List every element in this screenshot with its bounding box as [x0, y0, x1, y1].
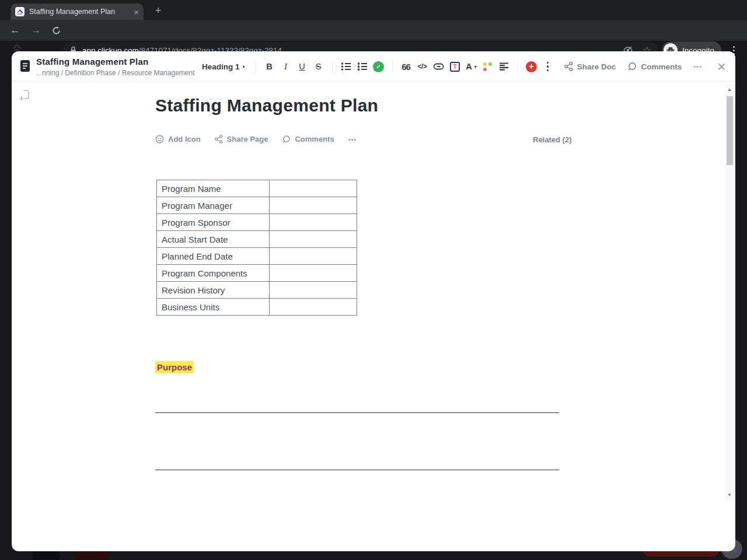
divider [518, 61, 518, 72]
table-label-cell[interactable]: Program Components [157, 265, 270, 282]
block-type-dropdown[interactable]: Heading 1▾ [202, 62, 245, 71]
table-value-cell[interactable] [270, 180, 357, 197]
blank-line[interactable]: ________________________________________… [155, 460, 559, 474]
link-icon[interactable] [431, 58, 446, 75]
clickup-logo-dimmed [12, 43, 22, 51]
quote-button[interactable]: 66 [399, 58, 414, 75]
close-icon[interactable]: × [717, 59, 726, 74]
doc-more-button[interactable]: ••• [693, 63, 702, 70]
browser-tab[interactable]: Staffing Management Plan × [11, 4, 144, 20]
page-comments-button[interactable]: Comments [282, 135, 334, 144]
code-button[interactable]: </> [415, 58, 430, 75]
add-block-button[interactable]: + [524, 58, 539, 75]
chevron-down-icon: ▾ [243, 64, 245, 69]
divider [332, 61, 333, 72]
table-row: Program Manager [157, 197, 357, 214]
checklist-icon[interactable]: ✓ [371, 58, 386, 75]
blank-line[interactable]: ________________________________________… [155, 403, 559, 417]
emoji-icon-label: Add Icon [168, 135, 201, 144]
scroll-up-arrow[interactable]: ▲ [727, 87, 732, 92]
table-value-cell[interactable] [270, 214, 357, 231]
table-value-cell[interactable] [270, 248, 357, 265]
doc-modal-header: Staffing Management Plan ...nning / Defi… [12, 51, 735, 82]
browser-tab-strip: Staffing Management Plan × + [0, 0, 747, 20]
chevron-down-icon: ▾ [474, 64, 477, 69]
table-row: Program Sponsor [157, 214, 357, 231]
doc-title[interactable]: Staffing Management Plan [155, 96, 575, 116]
divider [256, 61, 256, 72]
align-icon[interactable] [497, 58, 512, 75]
doc-modal: Staffing Management Plan ...nning / Defi… [12, 51, 735, 551]
table-value-cell[interactable] [270, 197, 357, 214]
format-toolbar: Heading 1▾ B I U S ✓ 66 </> T [202, 51, 556, 82]
scroll-down-arrow[interactable]: ▼ [727, 492, 732, 498]
table-row: Actual Start Date [157, 231, 357, 248]
forward-button[interactable]: → [28, 22, 44, 38]
table-label-cell[interactable]: Program Manager [157, 197, 270, 214]
doc-editor-area[interactable]: Staffing Management Plan Add Icon Share … [12, 82, 735, 551]
reload-button[interactable] [48, 22, 64, 38]
comments-button[interactable]: Comments [627, 62, 682, 71]
bold-button[interactable]: B [262, 58, 277, 75]
table-label-cell[interactable]: Planned End Date [157, 248, 270, 265]
back-button[interactable]: ← [7, 22, 23, 38]
doc-scrollbar[interactable]: ▲ ▼ [725, 85, 734, 500]
clickup-favicon [15, 7, 25, 16]
bullet-list-icon[interactable] [338, 58, 354, 75]
doc-title-actions: Add Icon Share Page Comments ••• [155, 135, 357, 144]
highlight-color-picker[interactable]: ▾ [480, 58, 495, 75]
scrollbar-thumb[interactable] [727, 96, 733, 165]
table-row: Program Components [157, 265, 357, 282]
info-table-body: Program NameProgram ManagerProgram Spons… [157, 180, 357, 316]
font-color-dropdown[interactable]: A▾ [464, 58, 479, 75]
table-label-cell[interactable]: Business Units [157, 299, 270, 316]
table-value-cell[interactable] [270, 231, 357, 248]
tab-close-icon[interactable]: × [134, 8, 139, 16]
table-label-cell[interactable]: Revision History [157, 282, 270, 299]
toolbar-more-icon[interactable] [540, 58, 556, 75]
purpose-heading[interactable]: Purpose [155, 362, 194, 373]
doc-header-actions: Share Doc Comments ••• × [564, 51, 726, 82]
related-link[interactable]: Related (2) [533, 135, 571, 144]
table-row: Revision History [157, 282, 357, 299]
table-row: Program Name [157, 180, 357, 197]
add-icon-button[interactable]: Add Icon [155, 135, 201, 144]
table-row: Business Units [157, 299, 357, 316]
doc-icon [20, 60, 32, 74]
table-value-cell[interactable] [270, 265, 357, 282]
strikethrough-button[interactable]: S [311, 58, 326, 75]
new-tab-button[interactable]: + [151, 3, 166, 18]
numbered-list-icon[interactable] [355, 58, 370, 75]
underline-button[interactable]: U [295, 58, 310, 75]
breadcrumb[interactable]: ...nning / Definition Phase / Resource M… [36, 69, 195, 77]
page-more-button[interactable]: ••• [348, 136, 357, 143]
table-row: Planned End Date [157, 248, 357, 265]
table-label-cell[interactable]: Program Name [157, 180, 270, 197]
table-value-cell[interactable] [270, 299, 357, 316]
template-button[interactable]: T [448, 58, 463, 75]
doc-header-title: Staffing Management Plan [36, 57, 148, 66]
browser-toolbar: ← → app.clickup.com/8471071/docs/82ggz-1… [0, 20, 747, 41]
italic-button[interactable]: I [278, 58, 294, 75]
tab-title: Staffing Management Plan [29, 8, 129, 16]
table-label-cell[interactable]: Program Sponsor [157, 214, 270, 231]
share-page-button[interactable]: Share Page [215, 135, 268, 144]
divider [392, 61, 393, 72]
share-doc-button[interactable]: Share Doc [564, 62, 616, 71]
table-value-cell[interactable] [270, 282, 357, 299]
program-info-table: Program NameProgram ManagerProgram Spons… [156, 180, 357, 316]
table-label-cell[interactable]: Actual Start Date [157, 231, 270, 248]
